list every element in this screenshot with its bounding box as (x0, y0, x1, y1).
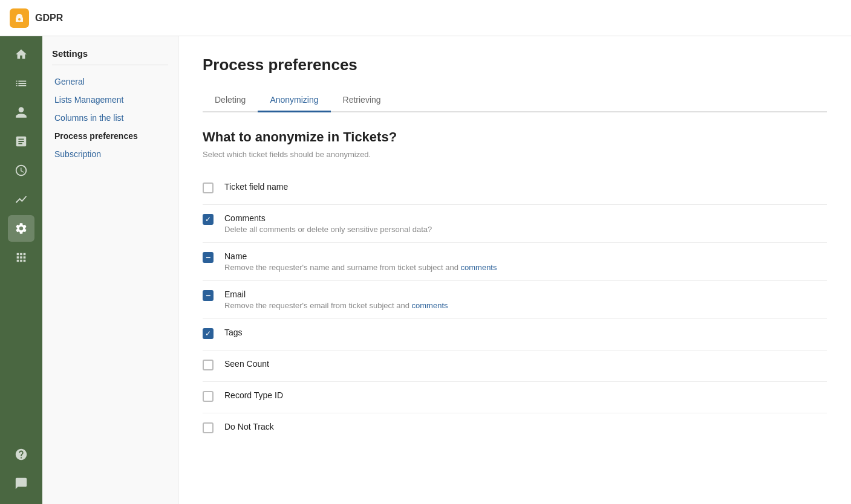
tab-retrieving[interactable]: Retrieving (331, 89, 393, 112)
nav-time[interactable] (8, 157, 34, 184)
app-title: GDPR (35, 13, 63, 24)
svg-point-1 (18, 18, 21, 21)
sidebar-item-general[interactable]: General (52, 73, 168, 91)
cb-content-do-not-track: Do Not Track (224, 422, 827, 433)
nav-apps[interactable] (8, 244, 34, 271)
field-row-name: − Name Remove the requester's name and s… (203, 243, 827, 281)
indeterminate-icon-email: − (206, 291, 210, 300)
logo-icon (10, 8, 29, 28)
section-subtitle: Select which ticket fields should be ano… (203, 150, 827, 159)
main-content: Process preferences Deleting Anonymizing… (178, 36, 851, 504)
cb-desc-comments: Delete all comments or delete only sensi… (224, 225, 827, 234)
indeterminate-icon-name: − (206, 253, 210, 262)
cb-label-tags: Tags (224, 328, 827, 337)
cb-box-name[interactable]: − (203, 252, 214, 263)
cb-content-seen-count: Seen Count (224, 359, 827, 370)
field-row-seen-count: Seen Count (203, 351, 827, 382)
cb-desc-name: Remove the requester's name and surname … (224, 263, 827, 272)
field-row-email: − Email Remove the requester's email fro… (203, 281, 827, 319)
cb-content-email: Email Remove the requester's email from … (224, 289, 827, 310)
checkbox-name[interactable]: − (203, 252, 216, 265)
checkbox-record-type-id[interactable] (203, 391, 216, 404)
field-row-ticket-field-name: Ticket field name (203, 173, 827, 205)
cb-desc-email: Remove the requester's email from ticket… (224, 301, 827, 310)
tab-anonymizing[interactable]: Anonymizing (258, 89, 330, 112)
nav-settings[interactable] (8, 215, 34, 242)
cb-box-record-type-id[interactable] (203, 391, 214, 402)
left-nav (0, 36, 42, 504)
tab-deleting[interactable]: Deleting (203, 89, 258, 112)
section-title: What to anonymize in Tickets? (203, 129, 827, 145)
field-row-do-not-track: Do Not Track (203, 413, 827, 444)
cb-label-comments: Comments (224, 213, 827, 223)
cb-box-seen-count[interactable] (203, 360, 214, 370)
nav-chat[interactable] (8, 470, 34, 497)
cb-content-ticket-field-name: Ticket field name (224, 182, 827, 193)
field-row-record-type-id: Record Type ID (203, 382, 827, 413)
cb-box-tags[interactable]: ✓ (203, 328, 214, 339)
check-icon-tags: ✓ (205, 330, 211, 337)
cb-label-email: Email (224, 289, 827, 299)
field-row-tags: ✓ Tags (203, 319, 827, 351)
nav-analytics[interactable] (8, 186, 34, 213)
cb-content-name: Name Remove the requester's name and sur… (224, 251, 827, 272)
nav-users[interactable] (8, 99, 34, 126)
sidebar-item-lists-management[interactable]: Lists Management (52, 91, 168, 109)
topbar: GDPR (0, 0, 851, 36)
cb-label-do-not-track: Do Not Track (224, 422, 827, 431)
cb-label-name: Name (224, 251, 827, 261)
cb-content-record-type-id: Record Type ID (224, 390, 827, 402)
cb-label-record-type-id: Record Type ID (224, 390, 827, 400)
nav-home[interactable] (8, 41, 34, 68)
cb-box-ticket-field-name[interactable] (203, 183, 214, 193)
nav-list[interactable] (8, 70, 34, 97)
checkbox-seen-count[interactable] (203, 360, 216, 373)
checkbox-email[interactable]: − (203, 290, 216, 303)
checkbox-comments[interactable]: ✓ (203, 214, 216, 227)
cb-content-comments: Comments Delete all comments or delete o… (224, 213, 827, 234)
app-logo: GDPR (10, 8, 63, 28)
tabs-bar: Deleting Anonymizing Retrieving (203, 89, 827, 112)
nav-reports[interactable] (8, 128, 34, 155)
cb-box-email[interactable]: − (203, 290, 214, 301)
sidebar-item-subscription[interactable]: Subscription (52, 145, 168, 163)
page-title: Process preferences (203, 56, 827, 74)
sidebar: Settings General Lists Management Column… (42, 36, 178, 504)
checkbox-do-not-track[interactable] (203, 422, 216, 436)
link-comments-email[interactable]: comments (412, 301, 448, 310)
cb-label-seen-count: Seen Count (224, 359, 827, 369)
checkbox-ticket-field-name[interactable] (203, 183, 216, 196)
link-comments-name[interactable]: comments (461, 263, 497, 272)
cb-content-tags: Tags (224, 328, 827, 339)
sidebar-item-columns-in-list[interactable]: Columns in the list (52, 109, 168, 127)
sidebar-title: Settings (52, 48, 168, 65)
nav-help[interactable] (8, 441, 34, 468)
cb-box-comments[interactable]: ✓ (203, 214, 214, 225)
cb-label-ticket-field-name: Ticket field name (224, 182, 827, 192)
fields-list: Ticket field name ✓ Comments Delete all … (203, 173, 827, 444)
sidebar-item-process-preferences[interactable]: Process preferences (52, 127, 168, 145)
check-icon-comments: ✓ (205, 216, 211, 223)
field-row-comments: ✓ Comments Delete all comments or delete… (203, 205, 827, 243)
cb-box-do-not-track[interactable] (203, 422, 214, 433)
checkbox-tags[interactable]: ✓ (203, 328, 216, 341)
